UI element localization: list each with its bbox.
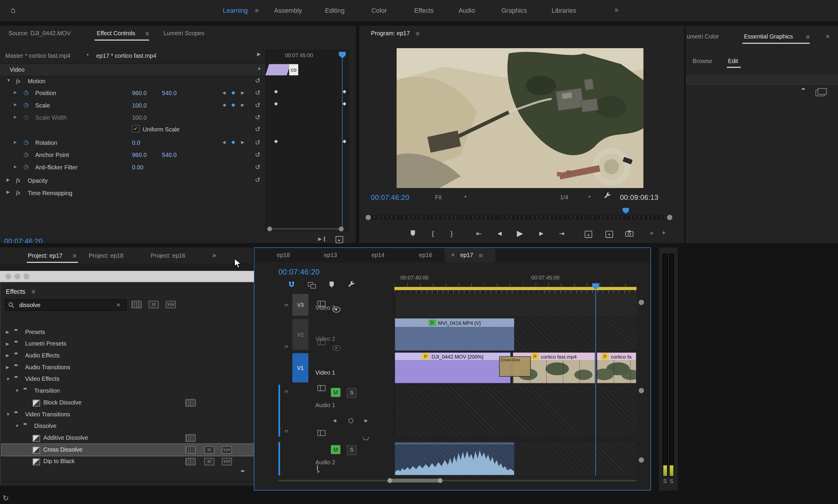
scrubber-handle-right[interactable] [667, 215, 673, 220]
horizontal-scrollbar-thumb[interactable] [390, 479, 441, 483]
tab-lumetri-scopes[interactable]: Lumetri Scopes [163, 30, 204, 36]
a1-add-keyframe-icon[interactable] [349, 418, 353, 423]
scale-add-keyframe-icon[interactable]: ◆ [231, 102, 235, 108]
fit-dropdown[interactable]: Fit [435, 194, 442, 200]
clip-cortico-fast-2[interactable]: fx cortico fa [596, 352, 637, 383]
scale-prev-keyframe-icon[interactable]: ◀ [222, 103, 226, 107]
anchor-reset-icon[interactable]: ↺ [255, 151, 261, 159]
tree-row-presets[interactable]: ▶ Presets [1, 326, 271, 338]
tab-lumetri-color[interactable]: umetri Color [687, 33, 719, 40]
rotation-stopwatch-icon[interactable]: ◷ [23, 139, 29, 146]
panel-overflow-icon[interactable]: » [826, 32, 830, 40]
timeline-settings-wrench-icon[interactable] [347, 281, 355, 289]
time-remapping-disclosure-icon[interactable]: ▶ [6, 190, 10, 195]
project-menu-icon[interactable]: ≡ [73, 252, 76, 260]
lane-scroll-handle[interactable] [267, 227, 272, 231]
project-overflow-icon[interactable]: » [212, 251, 216, 259]
anti-flicker-disclosure-icon[interactable]: ▶ [14, 165, 17, 169]
effects-search-box[interactable]: × [5, 299, 126, 311]
extract-icon[interactable]: ▼ [605, 231, 613, 237]
sequence-clip-label[interactable]: ep17 * cortico fast.mp4 [96, 52, 156, 59]
step-back-icon[interactable]: ◀ [498, 230, 502, 236]
scale-reset-icon[interactable]: ↺ [255, 102, 261, 109]
workspace-tab-effects[interactable]: Effects [414, 7, 434, 14]
window-minimize-icon[interactable] [15, 274, 20, 280]
program-menu-icon[interactable]: ≡ [416, 30, 420, 37]
position-stopwatch-icon[interactable]: ◷ [23, 89, 29, 96]
effect-controls-timecode[interactable]: 00:07:46:20 [4, 237, 43, 243]
clip-fx-badge[interactable]: fx [428, 320, 436, 326]
v1-track-select[interactable]: V1 [292, 353, 308, 383]
program-playhead-marker[interactable] [623, 208, 629, 214]
opacity-disclosure-icon[interactable]: ▶ [6, 177, 10, 182]
workspace-tab-audio[interactable]: Audio [459, 7, 475, 14]
resolution-dropdown-icon[interactable]: ▼ [588, 195, 591, 198]
rotation-prev-keyframe-icon[interactable]: ◀ [222, 140, 226, 145]
keyframe-icon[interactable]: ◆ [343, 89, 346, 94]
workspace-tab-graphics[interactable]: Graphics [501, 7, 527, 14]
rotation-reset-icon[interactable]: ↺ [255, 139, 261, 146]
ruler-ticks[interactable] [395, 283, 637, 286]
anti-flicker-stopwatch-icon[interactable]: ◷ [23, 163, 29, 170]
time-remapping-label[interactable]: Time Remapping [28, 190, 72, 196]
tab-project-ep17[interactable]: Project: ep17 [28, 252, 63, 259]
anchor-stopwatch-icon[interactable]: ◷ [23, 151, 29, 158]
tab-essential-graphics[interactable]: Essential Graphics [744, 33, 793, 40]
scale-width-reset-icon[interactable]: ↺ [255, 114, 261, 121]
keyframe-icon[interactable]: ◆ [274, 138, 278, 144]
anchor-y-value[interactable]: 540.0 [162, 151, 177, 158]
subtab-edit[interactable]: Edit [728, 58, 738, 64]
playback-resolution-dropdown[interactable]: 1/4 [560, 194, 568, 200]
scrubber-handle-left[interactable] [365, 215, 371, 220]
disclosure-icon[interactable]: ▼ [6, 412, 10, 417]
tab-program-monitor[interactable]: Program: ep17 [371, 30, 410, 36]
disclosure-icon[interactable]: ▼ [15, 424, 19, 429]
step-forward-icon[interactable]: ▶ [539, 230, 543, 236]
sequence-tab-ep16[interactable]: ep16 [419, 252, 432, 258]
disclosure-icon[interactable]: ▼ [6, 377, 10, 381]
scrollbar-zoom-handle-right[interactable] [438, 478, 443, 483]
clear-search-icon[interactable]: × [117, 302, 120, 309]
disclosure-icon[interactable]: ▶ [6, 329, 9, 334]
a1-solo-button[interactable]: S [347, 388, 356, 398]
sequence-tab-ep14[interactable]: ep14 [372, 252, 385, 258]
sequence-tab-ep18[interactable]: ep18 [277, 252, 290, 258]
tree-row-audio-transitions[interactable]: ▶ Audio Transitions [1, 362, 271, 373]
a1-next-keyframe-icon[interactable]: ▶ [364, 418, 368, 423]
a2-track-label[interactable]: Audio 2 [316, 459, 335, 466]
lane-scroll-handle[interactable] [339, 227, 344, 231]
scale-value[interactable]: 100.0 [132, 102, 147, 109]
lane-clip-chip[interactable]: co [289, 64, 298, 75]
disclosure-icon[interactable]: ▶ [6, 341, 9, 346]
tree-row-additive-dissolve[interactable]: Additive Dissolve [1, 432, 271, 444]
rotation-disclosure-icon[interactable]: ▶ [14, 140, 17, 144]
sequence-menu-icon[interactable]: ≡ [479, 252, 483, 259]
workspace-tab-libraries[interactable]: Libraries [552, 7, 576, 14]
fit-dropdown-icon[interactable]: ▼ [464, 195, 467, 198]
position-reset-icon[interactable]: ↺ [255, 89, 261, 96]
workspace-overflow-icon[interactable]: » [614, 6, 619, 14]
window-zoom-icon[interactable] [23, 274, 29, 280]
track-a1-content[interactable] [395, 385, 637, 436]
workspace-tab-assembly[interactable]: Assembly [274, 7, 302, 14]
a2-solo-button[interactable]: S [347, 445, 356, 455]
anti-flicker-value[interactable]: 0.00 [132, 164, 144, 170]
motion-disclosure-icon[interactable]: ▼ [6, 78, 11, 83]
play-button[interactable]: ▶ [517, 229, 523, 238]
tree-row-audio-effects[interactable]: ▶ Audio Effects [1, 350, 271, 362]
snap-icon[interactable] [288, 281, 295, 289]
tab-project-ep18[interactable]: Project: ep18 [89, 252, 124, 259]
window-titlebar[interactable] [0, 271, 277, 283]
cross-dissolve-transition[interactable]: Cross Diss [499, 356, 531, 377]
v2-track-select[interactable]: V2 [292, 319, 308, 350]
tab-effect-controls[interactable]: Effect Controls [97, 30, 136, 36]
clip-audio-waveform[interactable] [395, 442, 515, 475]
toggle-timeline-view-icon[interactable]: ▶ [257, 51, 261, 57]
keyframe-icon[interactable]: ◆ [343, 101, 346, 106]
rotation-next-keyframe-icon[interactable]: ▶ [241, 140, 244, 145]
lane-scrollbar[interactable] [270, 228, 341, 230]
mark-out-icon[interactable]: } [450, 230, 452, 237]
vertical-zoom-handle[interactable] [639, 457, 644, 463]
v3-track-select[interactable]: V3 [292, 294, 308, 316]
v2-track-output-icon[interactable] [332, 345, 340, 351]
